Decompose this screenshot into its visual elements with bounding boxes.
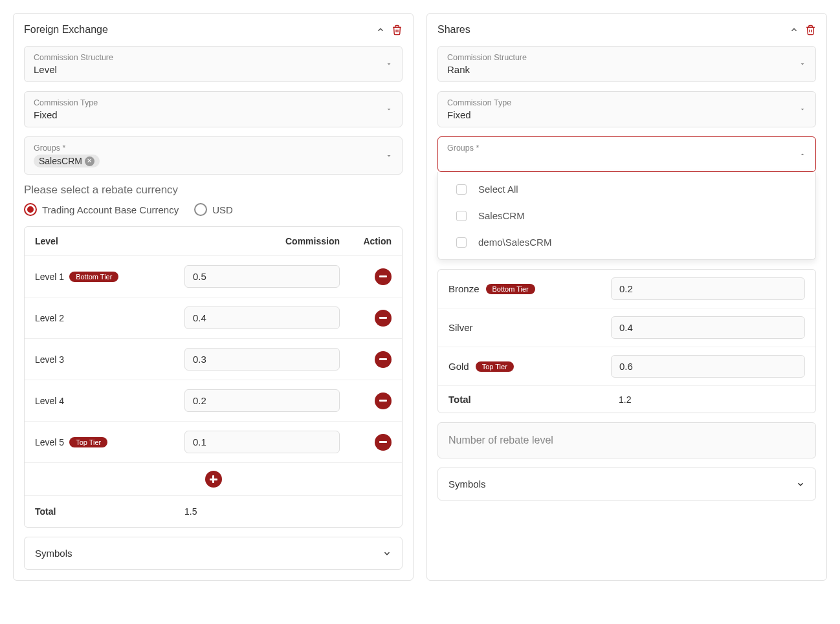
caret-down-icon: [799, 60, 806, 68]
delete-icon[interactable]: [805, 25, 816, 36]
table-row: Bronze Bottom Tier: [438, 270, 815, 308]
commission-structure-select[interactable]: Commission Structure Level: [24, 46, 403, 82]
tier-badge: Top Tier: [69, 437, 107, 447]
collapse-icon[interactable]: [790, 25, 799, 34]
checkbox-icon: [456, 237, 467, 248]
groups-select[interactable]: Groups * SalesCRM ✕: [24, 136, 403, 175]
remove-row-icon[interactable]: [375, 434, 392, 451]
col-header-action: Action: [340, 236, 392, 246]
level-table: Level Commission Action Level 1 Bottom T…: [24, 226, 403, 528]
select-label: Commission Type: [34, 98, 393, 107]
remove-row-icon[interactable]: [375, 268, 392, 285]
level-label: Level 5: [35, 437, 64, 447]
commission-type-select[interactable]: Commission Type Fixed: [437, 91, 816, 127]
total-label: Total: [448, 394, 611, 405]
select-label: Groups *: [447, 144, 806, 153]
panel-title: Shares: [437, 24, 470, 36]
option-label: Select All: [478, 184, 518, 195]
radio-usd[interactable]: USD: [194, 203, 233, 216]
tier-badge: Bottom Tier: [69, 272, 118, 282]
radio-label: USD: [212, 204, 233, 215]
chevron-down-icon: [382, 549, 392, 558]
caret-down-icon: [385, 105, 393, 113]
select-label: Commission Structure: [34, 53, 393, 62]
option-label: demo\SalesCRM: [478, 237, 551, 248]
commission-structure-select[interactable]: Commission Structure Rank: [437, 46, 816, 82]
symbols-toggle[interactable]: Symbols: [24, 537, 403, 570]
chevron-down-icon: [796, 480, 805, 489]
table-row: Silver: [438, 308, 815, 347]
select-value: Level: [34, 64, 393, 75]
checkbox-icon: [456, 184, 467, 195]
table-row: Level 2: [25, 297, 402, 339]
total-value: 1.2: [611, 394, 805, 405]
radio-label: Trading Account Base Currency: [42, 204, 179, 215]
commission-input[interactable]: [611, 316, 805, 339]
total-row: Total 1.2: [438, 386, 815, 413]
table-row: Level 5 Top Tier: [25, 422, 402, 463]
groups-dropdown: Select All SalesCRM demo\SalesCRM: [437, 172, 816, 260]
remove-row-icon[interactable]: [375, 351, 392, 368]
radio-icon: [24, 203, 37, 216]
group-chip: SalesCRM ✕: [34, 155, 100, 167]
rebate-level-input[interactable]: Number of rebate level: [437, 422, 816, 458]
level-label: Level 3: [35, 354, 64, 365]
symbols-label: Symbols: [448, 479, 486, 490]
commission-input[interactable]: [184, 348, 340, 371]
dropdown-option[interactable]: SalesCRM: [438, 202, 815, 229]
collapse-icon[interactable]: [376, 25, 385, 34]
delete-icon[interactable]: [392, 25, 403, 36]
chip-label: SalesCRM: [39, 156, 82, 166]
table-row: Level 4: [25, 380, 402, 422]
symbols-label: Symbols: [35, 548, 72, 559]
dropdown-option[interactable]: demo\SalesCRM: [438, 229, 815, 255]
select-value: Fixed: [34, 109, 393, 120]
remove-row-icon[interactable]: [375, 393, 392, 409]
rank-label: Gold: [448, 361, 469, 372]
rank-label: Bronze: [448, 283, 480, 294]
rebate-currency-label: Please select a rebate currency: [24, 184, 403, 197]
tier-badge: Bottom Tier: [486, 284, 535, 294]
table-row: Level 1 Bottom Tier: [25, 256, 402, 297]
table-row: Level 3: [25, 339, 402, 380]
panel-title: Foreign Exchange: [24, 24, 108, 36]
commission-input[interactable]: [184, 389, 340, 412]
caret-down-icon: [799, 105, 806, 113]
level-label: Level 2: [35, 313, 64, 323]
select-label: Commission Type: [447, 98, 806, 107]
commission-input[interactable]: [611, 355, 805, 378]
radio-trading-base[interactable]: Trading Account Base Currency: [24, 203, 179, 216]
caret-down-icon: [385, 152, 393, 160]
caret-down-icon: [385, 60, 393, 68]
groups-select[interactable]: Groups *: [437, 136, 816, 172]
add-row-icon[interactable]: [205, 471, 222, 488]
checkbox-icon: [456, 211, 467, 221]
radio-icon: [194, 203, 207, 216]
rank-table: Bronze Bottom Tier Silver Gold Top Tier …: [437, 269, 816, 413]
foreign-exchange-panel: Foreign Exchange Commission Structure Le…: [13, 13, 414, 581]
option-label: SalesCRM: [478, 210, 525, 221]
col-header-commission: Commission: [184, 236, 340, 246]
commission-input[interactable]: [184, 265, 340, 288]
select-value: Fixed: [447, 109, 806, 120]
chip-remove-icon[interactable]: ✕: [85, 156, 94, 166]
commission-input[interactable]: [611, 277, 805, 300]
symbols-toggle[interactable]: Symbols: [437, 468, 816, 500]
commission-type-select[interactable]: Commission Type Fixed: [24, 91, 403, 127]
col-header-level: Level: [35, 236, 184, 246]
caret-up-icon: [799, 151, 806, 158]
tier-badge: Top Tier: [476, 361, 514, 372]
commission-input[interactable]: [184, 431, 340, 453]
rank-label: Silver: [448, 322, 473, 333]
level-label: Level 4: [35, 396, 64, 406]
total-label: Total: [35, 506, 184, 517]
remove-row-icon[interactable]: [375, 310, 392, 327]
commission-input[interactable]: [184, 307, 340, 329]
select-label: Groups *: [34, 144, 393, 153]
select-value: Rank: [447, 64, 806, 75]
dropdown-select-all[interactable]: Select All: [438, 176, 815, 202]
placeholder-text: Number of rebate level: [448, 435, 553, 446]
total-value: 1.5: [184, 506, 340, 517]
table-row: Gold Top Tier: [438, 347, 815, 386]
select-label: Commission Structure: [447, 53, 806, 62]
